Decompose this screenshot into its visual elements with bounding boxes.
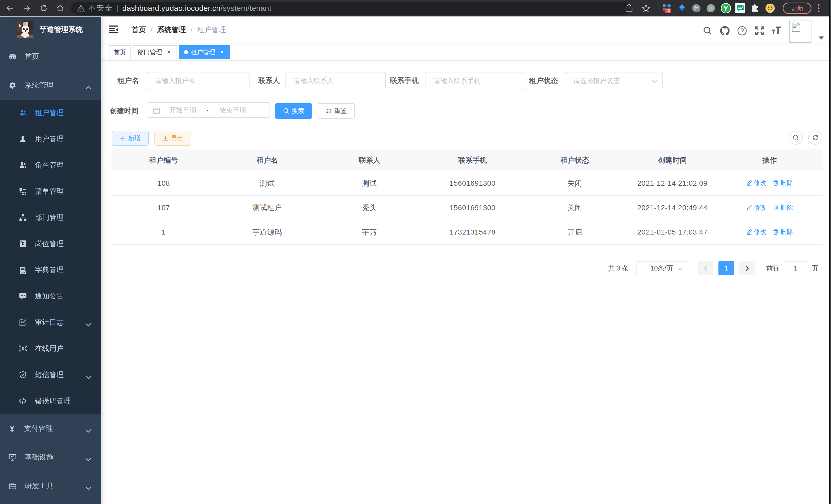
svg-text:⌘: ⌘	[693, 5, 699, 11]
svg-text:10: 10	[666, 8, 670, 12]
